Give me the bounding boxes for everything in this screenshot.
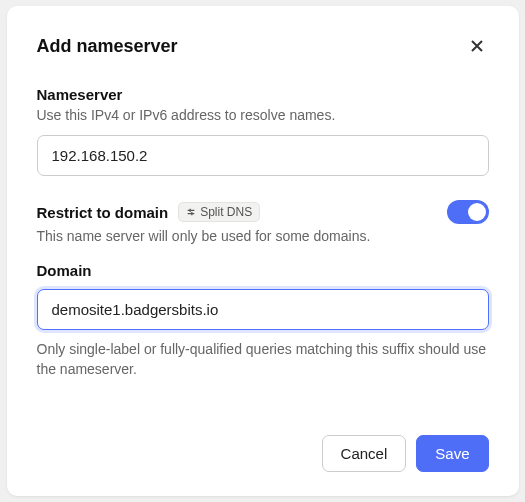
restrict-section: Restrict to domain Split DNS This name s…: [37, 200, 489, 379]
split-dns-icon: [186, 207, 196, 217]
domain-desc: Only single-label or fully-qualified que…: [37, 340, 489, 379]
dialog-title: Add nameserver: [37, 36, 178, 57]
badge-text: Split DNS: [200, 205, 252, 219]
add-nameserver-dialog: Add nameserver Nameserver Use this IPv4 …: [7, 6, 519, 496]
nameserver-desc: Use this IPv4 or IPv6 address to resolve…: [37, 107, 489, 123]
restrict-desc: This name server will only be used for s…: [37, 228, 489, 244]
split-dns-badge: Split DNS: [178, 202, 260, 222]
close-icon: [469, 38, 485, 54]
save-button[interactable]: Save: [416, 435, 488, 472]
restrict-header: Restrict to domain Split DNS: [37, 200, 489, 224]
restrict-left: Restrict to domain Split DNS: [37, 202, 261, 222]
cancel-button[interactable]: Cancel: [322, 435, 407, 472]
dialog-header: Add nameserver: [37, 34, 489, 58]
dialog-footer: Cancel Save: [37, 435, 489, 472]
restrict-toggle[interactable]: [447, 200, 489, 224]
nameserver-input[interactable]: [37, 135, 489, 176]
nameserver-section: Nameserver Use this IPv4 or IPv6 address…: [37, 86, 489, 176]
nameserver-label: Nameserver: [37, 86, 489, 103]
domain-label: Domain: [37, 262, 489, 279]
close-button[interactable]: [465, 34, 489, 58]
domain-input[interactable]: [37, 289, 489, 330]
restrict-label: Restrict to domain: [37, 204, 169, 221]
